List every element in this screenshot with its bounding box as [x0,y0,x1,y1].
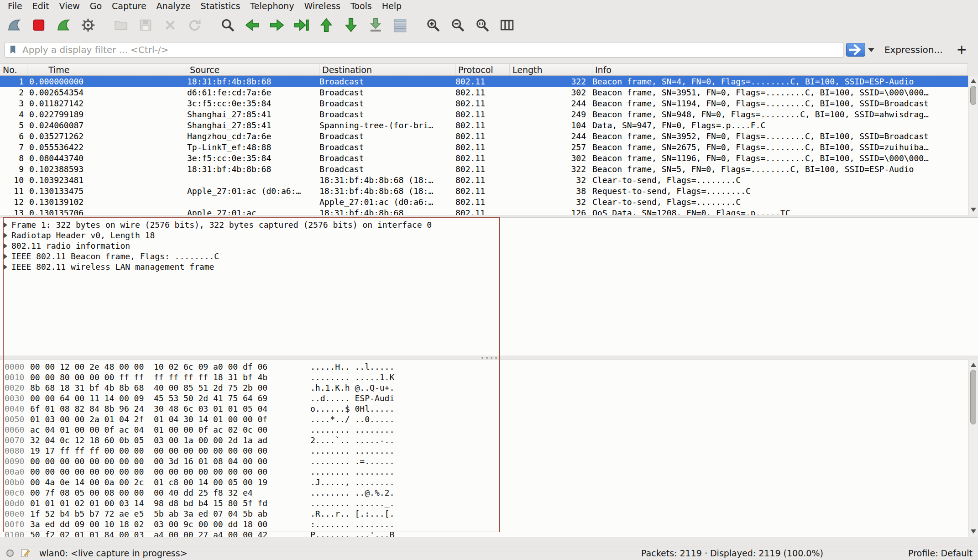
packet-row[interactable]: 40.022799189Shanghai_27:85:41Broadcast80… [0,109,968,120]
zoom-reset-button[interactable] [470,14,495,37]
resize-columns-button[interactable] [495,14,519,37]
expander-icon[interactable] [4,243,7,249]
hex-row[interactable]: 00208b 68 18 31 bf 4b 8b 68 40 00 85 51 … [0,382,968,393]
go-forward-button[interactable] [265,14,289,37]
column-header-time[interactable]: Time [27,64,187,75]
hex-ascii: ....*../ ..0..... [310,414,394,424]
hex-row[interactable]: 007032 04 0c 12 18 60 0b 05 03 00 1a 00 … [0,435,968,445]
packet-row[interactable]: 120.130139102Apple_27:01:ac (d0:a6:…802.… [0,197,968,208]
bookmark-icon[interactable] [9,45,19,55]
scroll-up-arrow-icon[interactable] [971,363,976,367]
pane-splitter[interactable] [0,356,978,360]
hex-row[interactable]: 001000 00 80 00 00 00 ff ff ff ff ff ff … [0,372,968,382]
expander-icon[interactable] [4,233,7,238]
hex-row[interactable]: 00f03a ed dd 09 00 10 18 02 03 00 9c 00 … [0,519,968,529]
expression-button[interactable]: Expression... [877,44,950,55]
hex-pane-scrollbar[interactable] [968,360,978,537]
menu-file[interactable]: File [3,0,27,12]
find-packet-button[interactable] [215,14,240,37]
detail-line[interactable]: Radiotap Header v0, Length 18 [0,230,978,241]
menu-tools[interactable]: Tools [345,0,377,12]
colorize-icon [392,17,408,33]
start-capture-button[interactable] [2,14,26,37]
packet-row[interactable]: 50.024060087Shanghai_27:85:41Spanning-tr… [0,120,968,131]
hex-row[interactable]: 009000 00 00 00 00 00 00 00 00 3d 16 01 … [0,456,968,466]
profile-label[interactable]: Profile: Default [908,548,978,558]
packet-row[interactable]: 80.0804437403e:f5:cc:0e:35:84Broadcast80… [0,153,968,164]
apply-filter-button[interactable] [846,43,865,57]
hex-row[interactable]: 00c000 7f 08 05 00 08 00 00 00 40 dd 25 … [0,487,968,498]
menu-wireless[interactable]: Wireless [299,0,345,12]
packet-cell-time: 0.000000000 [27,76,187,87]
packet-cell-length: 244 [510,98,592,109]
capture-options-button[interactable] [76,14,100,37]
stop-capture-button[interactable] [26,14,51,37]
column-header-destination[interactable]: Destination [319,64,455,75]
colorize-button[interactable] [388,14,413,37]
menu-analyze[interactable]: Analyze [152,0,196,12]
scroll-down-arrow-icon[interactable] [971,208,976,212]
go-to-packet-button[interactable] [289,14,314,37]
menu-capture[interactable]: Capture [107,0,152,12]
expander-icon[interactable] [4,264,7,270]
menu-telephony[interactable]: Telephony [245,0,299,12]
packet-row[interactable]: 110.130133475Apple_27:01:ac (d0:a6:…18:3… [0,186,968,197]
capture-comment-icon[interactable] [20,548,31,559]
packet-row[interactable]: 20.002654354d6:61:fe:cd:7a:6eBroadcast80… [0,87,968,98]
hex-row[interactable]: 00a000 00 00 00 00 00 00 00 00 00 00 00 … [0,466,968,477]
display-filter-field[interactable] [5,42,843,58]
go-last-packet-button[interactable] [339,14,363,37]
packet-cell-length: 32 [510,175,592,186]
arrow-up-icon [319,17,334,33]
packet-row[interactable]: 100.10392348118:31:bf:4b:8b:68 (18:…802.… [0,175,968,186]
hex-row[interactable]: 00406f 01 08 82 84 8b 96 24 30 48 6c 03 … [0,403,968,414]
hex-row[interactable]: 010050 f2 02 01 01 84 00 03 a4 00 00 27 … [0,529,968,537]
auto-scroll-button[interactable] [363,14,388,37]
column-header-info[interactable]: Info [592,64,968,75]
add-filter-button[interactable]: + [950,43,973,56]
packet-row[interactable]: 60.035271262Hangzhou_cd:7a:6eBroadcast80… [0,131,968,142]
column-header-protocol[interactable]: Protocol [455,64,510,75]
hex-row[interactable]: 00b000 4a 0e 14 00 0a 00 2c 01 c8 00 14 … [0,477,968,487]
menu-statistics[interactable]: Statistics [195,0,245,12]
packet-row[interactable]: 30.0118271423c:f5:cc:0e:35:84Broadcast80… [0,98,968,109]
hex-row[interactable]: 000000 00 12 00 2e 48 00 00 10 02 6c 09 … [0,361,968,372]
go-first-packet-button[interactable] [314,14,339,37]
expander-icon[interactable] [4,222,7,228]
restart-capture-button[interactable] [51,14,76,37]
packet-cell-source: 3c:f5:cc:0e:35:84 [187,98,319,109]
menu-go[interactable]: Go [85,0,107,12]
hex-row[interactable]: 003000 00 64 00 11 14 00 09 45 53 50 2d … [0,393,968,403]
reload-icon [187,17,203,33]
packet-row[interactable]: 130.130135706Apple_27:01:ac18:31:bf:4b:8… [0,208,968,215]
scrollbar-thumb[interactable] [970,370,976,424]
go-back-button[interactable] [240,14,265,37]
column-header-length[interactable]: Length [510,64,592,75]
menu-view[interactable]: View [54,0,85,12]
hex-row[interactable]: 00e01f 52 b4 b5 b7 72 ae e5 5b ab 3a ed … [0,508,968,519]
detail-line[interactable]: 802.11 radio information [0,241,978,251]
menu-help[interactable]: Help [377,0,407,12]
detail-line[interactable]: Frame 1: 322 bytes on wire (2576 bits), … [0,220,978,230]
filter-history-dropdown[interactable] [865,43,877,57]
scrollbar-thumb[interactable] [970,86,976,105]
display-filter-input[interactable] [22,44,839,55]
hex-row[interactable]: 008019 17 ff ff ff 00 00 00 00 00 00 00 … [0,445,968,456]
scroll-up-arrow-icon[interactable] [971,79,976,83]
packet-row[interactable]: 70.055536422Tp-LinkT_ef:48:88Broadcast80… [0,142,968,153]
packet-row[interactable]: 10.00000000018:31:bf:4b:8b:68Broadcast80… [0,76,968,87]
column-header-no[interactable]: No. [0,64,27,75]
packet-row[interactable]: 90.10238859318:31:bf:4b:8b:68Broadcast80… [0,164,968,175]
hex-row[interactable]: 005001 03 00 00 2a 01 04 2f 01 04 30 14 … [0,414,968,424]
zoom-in-button[interactable] [421,14,445,37]
packet-list-scrollbar[interactable] [968,76,978,215]
hex-row[interactable]: 0060ac 04 01 00 00 0f ac 04 01 00 00 0f … [0,424,968,435]
menu-edit[interactable]: Edit [27,0,54,12]
detail-line[interactable]: IEEE 802.11 wireless LAN management fram… [0,262,978,272]
hex-row[interactable]: 00d001 01 01 02 01 00 03 14 98 d8 bd b4 … [0,498,968,508]
column-header-source[interactable]: Source [187,64,319,75]
detail-line[interactable]: IEEE 802.11 Beacon frame, Flags: .......… [0,251,978,262]
scroll-down-arrow-icon[interactable] [971,529,976,534]
zoom-out-button[interactable] [445,14,470,37]
expander-icon[interactable] [4,254,7,259]
